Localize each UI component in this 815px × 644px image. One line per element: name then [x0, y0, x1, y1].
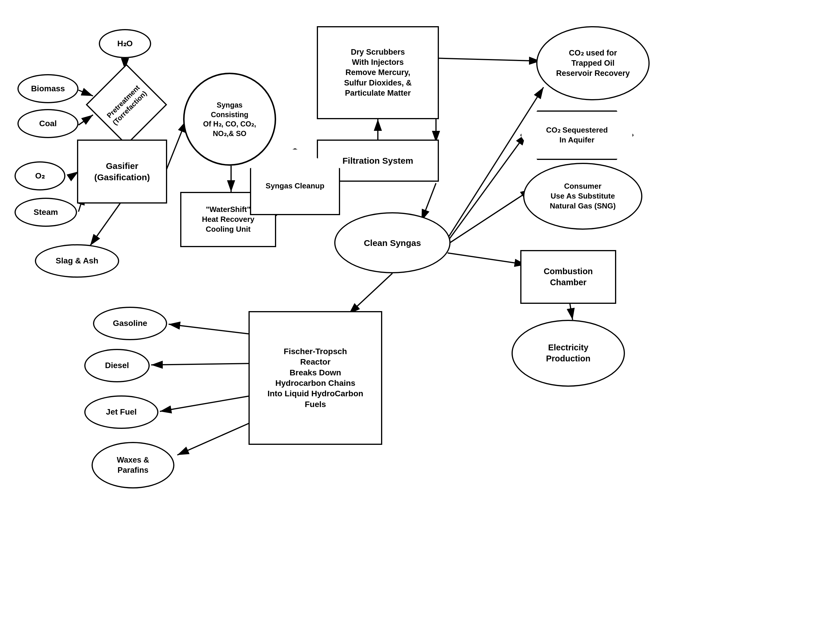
gasifier-node: Gasifier(Gasification): [77, 140, 167, 204]
gasoline-node: Gasoline: [93, 307, 167, 340]
svg-line-25: [436, 58, 541, 61]
svg-line-23: [177, 422, 253, 455]
steam-node: Steam: [15, 198, 77, 227]
combustion-label: CombustionChamber: [544, 266, 593, 288]
watershift-label: "WaterShift"Heat RecoveryCooling Unit: [202, 205, 254, 234]
svg-line-20: [169, 324, 253, 334]
pretreatment-container: Pretreatment(Torrefaction): [86, 64, 167, 146]
biomass-label: Biomass: [31, 83, 65, 94]
svg-line-13: [421, 183, 436, 221]
svg-line-7: [165, 121, 186, 172]
co2-sequestered-label: CO₂ SequesteredIn Aquifer: [546, 125, 608, 145]
diesel-label: Diesel: [105, 360, 129, 371]
dryscrubbers-label: Dry ScrubbersWith InjectorsRemove Mercur…: [344, 47, 412, 98]
steam-label: Steam: [34, 207, 58, 218]
clean-syngas-label: Clean Syngas: [364, 237, 421, 248]
slag-node: Slag & Ash: [35, 244, 119, 278]
slag-label: Slag & Ash: [56, 256, 98, 266]
filtration-label: Filtration System: [342, 155, 413, 166]
consumer-sng-label: ConsumerUse As SubstituteNatural Gas (SN…: [550, 181, 616, 211]
syngas-circle-label: SyngasConsistingOf H₂, CO, CO₂,NO₂,& SO: [203, 100, 256, 138]
gasoline-label: Gasoline: [113, 318, 147, 328]
svg-line-16: [447, 189, 532, 244]
jet-fuel-node: Jet Fuel: [84, 396, 158, 429]
fischer-label: Fischer-TropschReactorBreaks DownHydroca…: [267, 346, 363, 409]
coal-label: Coal: [39, 118, 57, 129]
electricity-node: ElectricityProduction: [512, 320, 625, 387]
svg-line-15: [447, 134, 526, 241]
jet-fuel-label: Jet Fuel: [106, 407, 137, 417]
svg-line-24: [90, 201, 122, 246]
co2-trapped-node: CO₂ used forTrapped OilReservoir Recover…: [536, 26, 650, 100]
waxes-node: Waxes &Parafins: [92, 442, 175, 488]
consumer-sng-node: ConsumerUse As SubstituteNatural Gas (SN…: [523, 163, 642, 230]
svg-line-21: [151, 363, 253, 365]
gasifier-label: Gasifier(Gasification): [94, 160, 150, 183]
diagram: H₂O Biomass Coal O₂ Steam Pretreatment(T…: [0, 0, 815, 644]
svg-line-19: [349, 273, 392, 314]
waxes-label: Waxes &Parafins: [117, 455, 149, 475]
syngas-circle-node: SyngasConsistingOf H₂, CO, CO₂,NO₂,& SO: [183, 73, 276, 166]
combustion-node: CombustionChamber: [520, 250, 616, 304]
diesel-node: Diesel: [84, 349, 150, 382]
coal-node: Coal: [17, 109, 78, 138]
clean-syngas-node: Clean Syngas: [334, 212, 450, 273]
dryscrubbers-node: Dry ScrubbersWith InjectorsRemove Mercur…: [317, 26, 439, 119]
co2-sequestered-node: CO₂ SequesteredIn Aquifer: [520, 110, 634, 160]
o2-label: O₂: [35, 171, 45, 181]
biomass-node: Biomass: [17, 74, 78, 103]
svg-line-17: [447, 253, 526, 265]
h2o-node: H₂O: [99, 29, 151, 58]
syngas-cleanup-label: Syngas Cleanup: [266, 181, 324, 191]
co2-trapped-label: CO₂ used forTrapped OilReservoir Recover…: [556, 48, 630, 78]
o2-node: O₂: [15, 161, 65, 190]
svg-line-14: [447, 87, 544, 238]
electricity-label: ElectricityProduction: [546, 342, 590, 364]
svg-line-22: [160, 396, 253, 411]
fischer-node: Fischer-TropschReactorBreaks DownHydroca…: [248, 311, 382, 445]
svg-line-18: [570, 302, 573, 320]
h2o-label: H₂O: [118, 38, 133, 49]
